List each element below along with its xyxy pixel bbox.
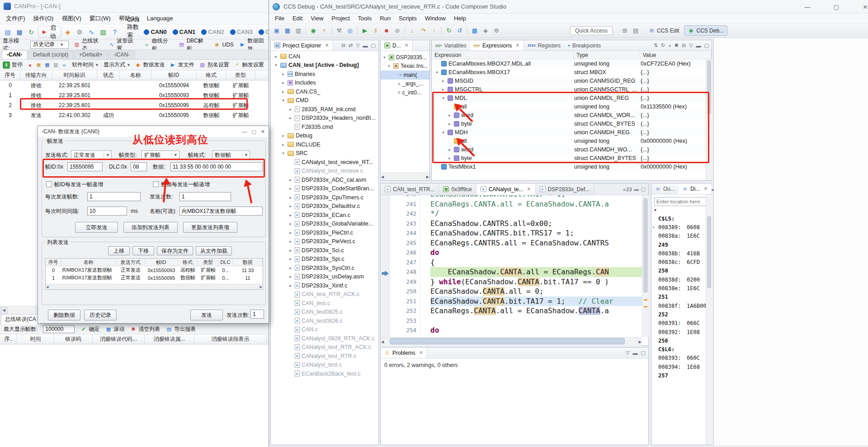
tree-collapsed-icon[interactable]: ▸ — [274, 54, 278, 59]
send-format-select[interactable]: 正常发送▼ — [71, 151, 112, 160]
send-times-input[interactable] — [179, 192, 231, 201]
minimize-icon[interactable]: ▬ — [363, 43, 368, 48]
editor-tab-overflow[interactable]: »23 — [623, 187, 632, 192]
scroll-left-icon[interactable]: ◀ — [381, 340, 384, 344]
data-increment-checkbox[interactable] — [153, 181, 159, 187]
show-types-icon[interactable]: ⇅ — [654, 42, 658, 48]
minimize-icon[interactable]: ▬ — [633, 350, 638, 356]
resume-icon[interactable]: ▶ — [360, 26, 370, 36]
frame-id-input[interactable] — [67, 162, 103, 171]
ccs-menu-help[interactable]: Help — [450, 14, 470, 23]
send-now-button[interactable]: 立即发送 — [75, 222, 118, 233]
view-menu-icon[interactable]: ▽ — [356, 42, 359, 48]
debug-item-2[interactable]: ▾▦Texas Ins... — [381, 62, 429, 71]
minimize-icon[interactable]: ▬ — [696, 43, 701, 48]
tree-expanded-icon[interactable]: ▾ — [274, 63, 278, 67]
tree-collapsed-icon[interactable]: ▸ — [281, 142, 286, 147]
frames-per-send-input[interactable] — [87, 192, 141, 201]
tree-collapsed-icon[interactable]: ▸ — [447, 156, 452, 160]
tree-expanded-icon[interactable]: ▾ — [441, 130, 446, 135]
expressions-vscrollbar[interactable] — [706, 59, 712, 180]
pause-button[interactable]: ‖ 暂停 — [3, 61, 23, 69]
ccs-menu-project[interactable]: Project — [327, 14, 354, 23]
tree-expanded-icon[interactable]: ▾ — [281, 98, 286, 103]
editor-tab-DSP2833x-Def-[interactable]: cDSP2833x_Def... — [536, 184, 594, 195]
disassembly-vscrollbar[interactable] — [706, 194, 712, 445]
tree-collapsed-icon[interactable]: ▸ — [288, 195, 293, 200]
tree-item-DSP2833x-ADC-cal-asm[interactable]: ▸sDSP2833x_ADC_cal.asm — [271, 175, 378, 184]
disassembly-location-input[interactable] — [654, 197, 709, 206]
new-file-icon[interactable]: ▤ — [3, 27, 13, 37]
undo-icon[interactable]: ↻ — [26, 27, 36, 37]
tree-collapsed-icon[interactable]: ▸ — [288, 221, 293, 226]
window-close-icon[interactable]: ✕ — [857, 1, 868, 12]
frame-name-input[interactable] — [179, 207, 263, 216]
tree-item-Includes[interactable]: ▸▤Includes — [271, 79, 378, 88]
tree-expanded-icon[interactable]: ▾ — [382, 55, 387, 60]
tree-collapsed-icon[interactable]: ▸ — [281, 72, 286, 76]
view-tab-+Default+[interactable]: +Default+ — [74, 50, 108, 59]
close-icon[interactable]: ✕ — [419, 350, 423, 356]
new-icon[interactable]: ▣ — [272, 26, 282, 36]
flash-icon[interactable]: ⚡ — [319, 26, 329, 36]
dialog-close-icon[interactable]: ✕ — [261, 129, 265, 135]
tree-collapsed-icon[interactable]: ▸ — [441, 79, 446, 83]
ccs-menu-file[interactable]: File — [271, 14, 288, 23]
view-maximize-icon[interactable]: ▢ — [641, 186, 646, 192]
tree-item-F28335-cmd[interactable]: ≡F28335.cmd — [271, 122, 378, 132]
channel-CAN3[interactable]: CAN3 — [230, 28, 253, 35]
expression-row-word[interactable]: ▸wordstruct CANMDL_WOR...{...} — [432, 111, 706, 119]
step-over-icon[interactable]: ↷ — [418, 26, 428, 36]
tree-item-CMD[interactable]: ▾CMD — [271, 96, 378, 105]
new-target-icon[interactable]: ◎ — [345, 26, 355, 36]
collapse-all-icon[interactable]: ⊟ — [341, 42, 345, 48]
debug-item-5[interactable]: ≡c_int0... — [381, 88, 429, 97]
close-icon[interactable]: ✕ — [325, 42, 329, 48]
save-icon[interactable]: ▦ — [283, 26, 292, 36]
debug-tab[interactable]: ◉ D... ✕ — [381, 40, 413, 51]
tree-item-CAN-test-RTR-ACK-c[interactable]: cCAN_test_RTR_ACK.c — [271, 290, 378, 299]
scroll-right-icon[interactable]: ▶ — [260, 285, 262, 289]
tree-item-CANalyst-test-RTR-ACK-c[interactable]: cCANalyst_test_RTR_ACK.c — [271, 343, 378, 352]
ccs-menu-scripts[interactable]: Scripts — [395, 14, 421, 23]
view-tab--iCAN-[interactable]: -iCAN- — [108, 50, 135, 59]
tree-item-CAN-c[interactable]: cCAN.c — [271, 325, 378, 334]
expression-row-all[interactable]: allunsigned long0x00000000 (Hex) — [432, 136, 706, 145]
close-icon[interactable]: ✕ — [527, 186, 531, 192]
send-list-row[interactable]: 0向MBOX17发送数据帧正常发送0x15550093远程帧扩展帧0...11 … — [46, 266, 263, 274]
expression-row-byte[interactable]: ▸bytestruct CANMDL_BYTES{...} — [432, 119, 706, 128]
tree-collapsed-icon[interactable]: ▸ — [288, 204, 293, 208]
help-icon[interactable]: ? — [110, 27, 120, 37]
waveform-icon[interactable]: ∿ — [86, 27, 96, 37]
tree-item-CAN-test0826-c[interactable]: cCAN_test0826.c — [271, 316, 378, 325]
refresh-icon[interactable]: ↺ — [455, 26, 465, 36]
history-button[interactable]: 历史记录 — [84, 310, 117, 320]
uds-button[interactable]: ◉UDS — [214, 41, 234, 48]
tree-item-DSP2833x-Xintf-c[interactable]: ▸cDSP2833x_Xintf.c — [271, 281, 378, 290]
tree-expanded-icon[interactable]: ▾ — [434, 70, 439, 75]
tree-item-CAN-test0825-c[interactable]: cCAN_test0825.c — [271, 308, 378, 317]
menu-item-1[interactable]: 文件(F) — [2, 13, 29, 24]
send-list-row[interactable]: 1向MBOX17发送数据帧正常发送0x15550095数据帧扩展帧0...11 — [46, 274, 263, 282]
tree-expanded-icon[interactable]: ▾ — [387, 64, 392, 68]
tree-collapsed-icon[interactable]: ▸ — [447, 122, 452, 126]
tree-item-DSP2833x-PieVect-c[interactable]: ▸cDSP2833x_PieVect.c — [271, 237, 378, 246]
frame-id-increment-checkbox[interactable] — [46, 181, 52, 187]
tree-item-CAN-test-Active-Debug-[interactable]: ▾CAN_test [Active - Debug] — [271, 61, 378, 70]
tab-registers[interactable]: 1010Registers — [524, 40, 564, 51]
tree-item-DSP2833x-Headers-nonBI-[interactable]: ▸≡DSP2833x_Headers_nonBI... — [271, 114, 378, 123]
save-to-file-button[interactable]: 保存为文件 — [157, 246, 193, 255]
tree-collapsed-icon[interactable]: ▸ — [281, 80, 286, 85]
channel-CAN2[interactable]: CAN2 — [201, 28, 224, 35]
restart-icon[interactable]: ↻ — [444, 26, 454, 36]
move-up-button[interactable]: 上移 — [108, 246, 130, 255]
add-expression-icon[interactable]: + — [668, 43, 671, 48]
debug-item-1[interactable]: ▾◉DSP28335... — [381, 53, 429, 62]
scroll-left-icon[interactable]: ◀ — [381, 175, 384, 179]
tree-item-DSP2833x-GlobalVariable-[interactable]: ▸cDSP2833x_GlobalVariable... — [271, 220, 378, 229]
tree-expanded-icon[interactable]: ▾ — [281, 151, 286, 155]
scroll-right-icon[interactable]: ▶ — [639, 340, 642, 344]
confirm-button[interactable]: ✔确定 — [80, 325, 99, 333]
tree-item-DSP2833x-Sci-c[interactable]: ▸cDSP2833x_Sci.c — [271, 246, 378, 255]
maximize-icon[interactable]: ▢ — [371, 42, 376, 48]
